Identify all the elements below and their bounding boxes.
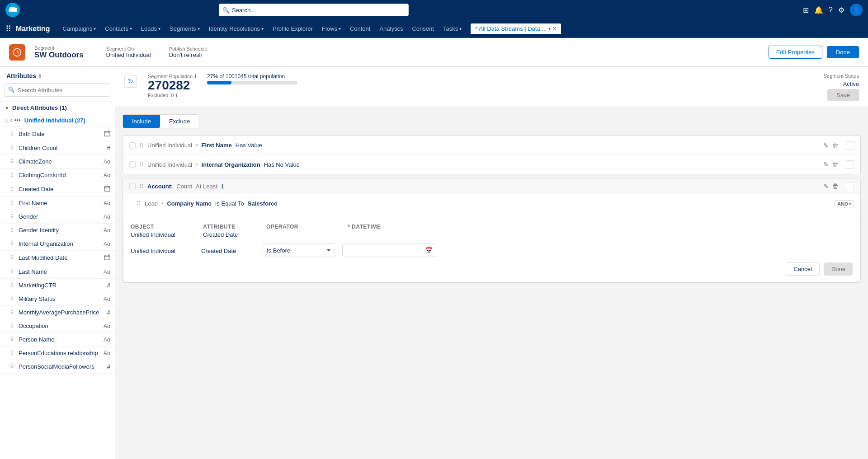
direct-attributes-label: Direct Attributes (1) bbox=[12, 104, 67, 111]
chevron-down-icon: ▾ bbox=[548, 26, 551, 31]
global-search-input[interactable] bbox=[219, 4, 409, 16]
attribute-val: Created Date bbox=[201, 248, 255, 254]
attr-item-first-name[interactable]: ⠿ First Name Aα bbox=[0, 197, 115, 210]
rule-delete-button[interactable]: 🗑 bbox=[832, 183, 839, 190]
nav-identity-resolutions[interactable]: Identity Resolutions ▾ bbox=[205, 23, 267, 34]
excluded-info-icon[interactable]: ℹ bbox=[175, 93, 177, 98]
and-badge[interactable]: AND▾ bbox=[835, 200, 854, 207]
attr-item-birth-date[interactable]: ⠿ Birth Date bbox=[0, 127, 115, 141]
text-type-icon: Aα bbox=[104, 172, 110, 178]
sidebar: Attributes ℹ 🔍 ▼ Direct Attributes (1) ⌂… bbox=[0, 67, 115, 459]
population-info-icon[interactable]: ℹ bbox=[194, 73, 196, 79]
attr-item-gender[interactable]: ⠿ Gender Aα bbox=[0, 210, 115, 224]
rule-delete-button[interactable]: 🗑 bbox=[832, 142, 839, 149]
attr-item-children-count[interactable]: ⠿ Children Count # bbox=[0, 141, 115, 155]
nav-profile-explorer[interactable]: Profile Explorer bbox=[269, 23, 316, 34]
exclude-tab[interactable]: Exclude bbox=[160, 115, 199, 128]
save-button: Save bbox=[827, 89, 859, 101]
home-icon[interactable]: ⌂ bbox=[5, 117, 8, 124]
text-type-icon: Aα bbox=[104, 323, 110, 329]
nav-campaigns[interactable]: Campaigns ▾ bbox=[59, 23, 100, 34]
rule-expand-toggle[interactable] bbox=[846, 182, 854, 190]
done-header-button[interactable]: Done bbox=[827, 46, 859, 58]
lead-company-rule-row: ⠿ Lead • Company Name Is Equal To Salesf… bbox=[123, 194, 860, 213]
attr-item-last-modified-date[interactable]: ⠿ Last Modified Date bbox=[0, 251, 115, 265]
filter-done-button: Done bbox=[824, 262, 853, 276]
segment-status-wrap: Segment Status Active Save bbox=[824, 73, 859, 101]
attr-item-gender-identity[interactable]: ⠿ Gender Identity Aα bbox=[0, 224, 115, 237]
attributes-title: Attributes bbox=[6, 72, 36, 80]
attr-item-marketing-ctr[interactable]: ⠿ MarketingCTR # bbox=[0, 279, 115, 292]
direct-attributes-section[interactable]: ▼ Direct Attributes (1) bbox=[0, 101, 115, 114]
rule-edit-button[interactable]: ✎ bbox=[823, 161, 829, 168]
attr-item-internal-org[interactable]: ⠿ Internal Organization Aα bbox=[0, 237, 115, 251]
attr-item-created-date[interactable]: ⠿ Created Date bbox=[0, 182, 115, 197]
operator-select[interactable]: Is Before Is After Is Equal To Is Not Eq… bbox=[263, 244, 335, 257]
refresh-button[interactable]: ↻ bbox=[124, 75, 137, 88]
account-operator: At Least bbox=[196, 183, 217, 190]
nav-flows[interactable]: Flows ▾ bbox=[318, 23, 344, 34]
attr-item-clothing-comfort[interactable]: ⠿ ClothingComfortId Aα bbox=[0, 169, 115, 182]
edit-properties-button[interactable]: Edit Properties bbox=[769, 46, 822, 59]
drag-handle-icon: ⠿ bbox=[10, 255, 14, 261]
avatar[interactable]: 👤 bbox=[850, 4, 863, 16]
drag-handle-icon: ⠿ bbox=[10, 309, 14, 316]
drag-handle-icon: ⠿ bbox=[139, 142, 144, 149]
filter-cancel-button[interactable]: Cancel bbox=[786, 262, 819, 276]
rule-edit-button[interactable]: ✎ bbox=[823, 142, 829, 149]
nav-consent[interactable]: Consent bbox=[408, 23, 437, 34]
filter-attribute-col: Attribute Created Date bbox=[203, 224, 257, 238]
grid-icon[interactable]: ⊞ bbox=[803, 6, 809, 14]
text-type-icon: Aα bbox=[104, 337, 110, 343]
nav-content[interactable]: Content bbox=[346, 23, 374, 34]
attr-item-occupation[interactable]: ⠿ Occupation Aα bbox=[0, 319, 115, 333]
nav-leads[interactable]: Leads ▾ bbox=[137, 23, 164, 34]
nav-segments[interactable]: Segments ▾ bbox=[166, 23, 203, 34]
include-tab[interactable]: Include bbox=[123, 115, 160, 128]
segment-title-wrap: Segment SW Outdoors bbox=[34, 45, 84, 60]
app-launcher-icon[interactable]: ⠿ bbox=[5, 24, 11, 34]
settings-icon[interactable]: ⚙ bbox=[838, 6, 844, 14]
rule-object: Unified Individual bbox=[147, 161, 192, 168]
rule-separator: • bbox=[161, 200, 164, 207]
tab-close-icon[interactable]: ✕ bbox=[552, 26, 557, 32]
attributes-info-icon[interactable]: ℹ bbox=[39, 73, 41, 80]
attr-item-person-educations[interactable]: ⠿ PersonEducations relationship Aα bbox=[0, 347, 115, 360]
attribute-col-value: Created Date bbox=[203, 231, 257, 238]
nav-active-tab[interactable]: * All Data Streams | Data ... ▾ ✕ bbox=[471, 23, 561, 34]
nav-tasks[interactable]: Tasks ▾ bbox=[439, 23, 465, 34]
calendar-icon[interactable]: 📅 bbox=[425, 247, 433, 254]
search-attributes-input[interactable] bbox=[5, 83, 110, 97]
more-icon[interactable]: ••• bbox=[14, 117, 21, 124]
global-search-bar[interactable]: 🔍 bbox=[219, 4, 409, 16]
attr-item-climate-zone[interactable]: ⠿ ClimateZone Aα bbox=[0, 155, 115, 169]
attr-item-person-name[interactable]: ⠿ Person Name Aα bbox=[0, 333, 115, 347]
datetime-input[interactable] bbox=[342, 244, 436, 257]
rule-toggle[interactable] bbox=[129, 142, 136, 149]
nav-analytics[interactable]: Analytics bbox=[376, 23, 406, 34]
attr-item-person-social-media[interactable]: ⠿ PersonSocialMediaFollowers # bbox=[0, 360, 115, 374]
bell-icon[interactable]: 🔔 bbox=[814, 6, 823, 14]
salesforce-logo[interactable] bbox=[5, 3, 20, 17]
attr-name: Military Status bbox=[19, 295, 100, 302]
rule-operator: Has Value bbox=[236, 142, 262, 149]
nav-contacts[interactable]: Contacts ▾ bbox=[101, 23, 135, 34]
filter-datetime-input-wrap: 📅 bbox=[342, 244, 436, 257]
attr-item-military-status[interactable]: ⠿ Military Status Aα bbox=[0, 292, 115, 306]
rule-edit-button[interactable]: ✎ bbox=[823, 183, 829, 190]
rule-expand-toggle[interactable] bbox=[846, 160, 854, 169]
rule-expand-toggle[interactable] bbox=[846, 141, 854, 150]
help-icon[interactable]: ? bbox=[829, 6, 833, 14]
attr-item-monthly-avg-purchase[interactable]: ⠿ MonthlyAveragePurchasePrice # bbox=[0, 306, 115, 319]
rule-delete-button[interactable]: 🗑 bbox=[832, 161, 839, 168]
number-type-icon: # bbox=[107, 282, 110, 289]
calendar-type-icon bbox=[104, 254, 110, 262]
drag-handle-icon: ⠿ bbox=[10, 364, 14, 370]
app-nav-bar: ⠿ Marketing Campaigns ▾ Contacts ▾ Leads… bbox=[0, 20, 868, 38]
text-type-icon: Aα bbox=[104, 200, 110, 206]
rule-toggle[interactable] bbox=[129, 161, 136, 168]
attr-item-last-name[interactable]: ⠿ Last Name Aα bbox=[0, 265, 115, 279]
back-icon[interactable]: ‹ bbox=[10, 117, 12, 124]
rule-toggle[interactable] bbox=[129, 183, 136, 189]
sidebar-attributes-header: Attributes ℹ bbox=[0, 67, 115, 83]
